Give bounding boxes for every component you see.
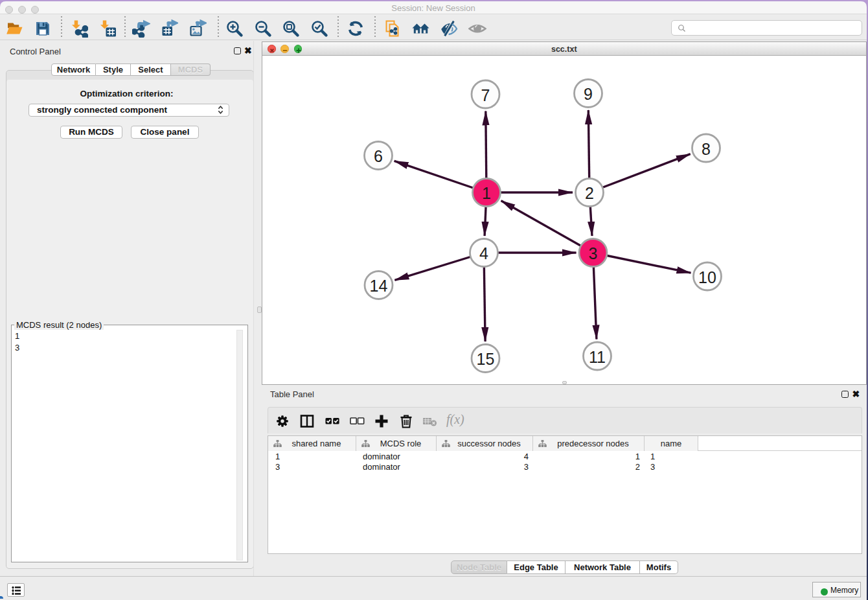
svg-text:11: 11	[589, 348, 606, 366]
svg-text:14: 14	[370, 277, 388, 295]
svg-text:3: 3	[589, 244, 598, 262]
svg-text:2: 2	[585, 184, 594, 202]
svg-text:15: 15	[477, 350, 495, 368]
svg-text:9: 9	[584, 85, 593, 103]
svg-text:4: 4	[479, 244, 488, 262]
svg-text:1: 1	[482, 184, 491, 202]
svg-text:10: 10	[698, 268, 716, 286]
svg-text:8: 8	[702, 140, 711, 158]
svg-text:6: 6	[374, 147, 383, 165]
svg-text:7: 7	[481, 86, 490, 104]
